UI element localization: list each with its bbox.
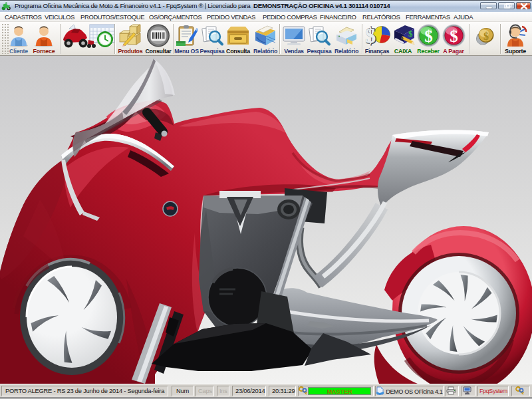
svg-text:$: $ — [408, 29, 413, 39]
svg-text:$: $ — [483, 31, 489, 42]
svg-text:$: $ — [424, 27, 433, 45]
svg-text:$: $ — [365, 24, 376, 47]
svg-text:$: $ — [450, 27, 458, 45]
